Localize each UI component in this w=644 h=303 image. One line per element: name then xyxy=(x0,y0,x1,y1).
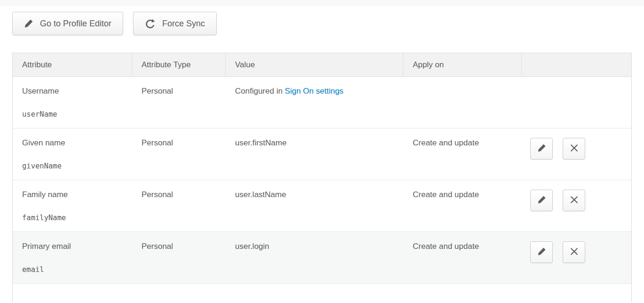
edit-attribute-button[interactable] xyxy=(530,190,553,211)
attribute-type-cell: Personal xyxy=(132,128,226,180)
actions-cell xyxy=(522,232,632,284)
x-icon xyxy=(570,144,579,154)
refresh-icon xyxy=(145,18,156,29)
apply-on-cell xyxy=(403,77,522,128)
row-actions xyxy=(530,249,585,258)
top-divider xyxy=(0,0,644,6)
apply-on-cell: Create and update xyxy=(403,128,522,180)
table-row: Family name familyName Personal user.las… xyxy=(12,180,632,232)
value-cell: Configured in Sign On settings xyxy=(226,77,403,128)
attribute-cell: Username userName xyxy=(12,77,132,128)
value-text: user.lastName xyxy=(235,190,286,199)
value-cell: user.login xyxy=(226,232,403,284)
column-header-attribute: Attribute xyxy=(12,53,132,77)
attribute-label: Username xyxy=(22,86,132,96)
attribute-variable-name: userName xyxy=(22,109,132,120)
attribute-label: Family name xyxy=(22,190,132,200)
column-header-apply-on: Apply on xyxy=(403,53,522,77)
profile-editor-button[interactable]: Go to Profile Editor xyxy=(12,12,123,35)
actions-cell xyxy=(522,77,632,128)
attribute-type-cell: Personal xyxy=(132,232,226,284)
column-header-attribute-type: Attribute Type xyxy=(132,53,226,77)
pencil-icon xyxy=(537,247,546,257)
attribute-type-cell: Personal xyxy=(132,180,226,232)
x-icon xyxy=(570,247,579,257)
sign-on-settings-link[interactable]: Sign On settings xyxy=(285,87,344,96)
table-row: Given name givenName Personal user.first… xyxy=(12,128,632,180)
row-actions xyxy=(530,197,585,206)
pencil-icon xyxy=(537,195,546,206)
attribute-table-body: Username userName Personal Configured in… xyxy=(12,77,632,284)
edit-attribute-button[interactable] xyxy=(530,138,553,159)
attribute-variable-name: givenName xyxy=(22,161,132,171)
attribute-cell: Family name familyName xyxy=(12,180,132,232)
force-sync-button[interactable]: Force Sync xyxy=(133,12,217,35)
apply-on-cell: Create and update xyxy=(403,180,522,232)
table-row: Username userName Personal Configured in… xyxy=(12,77,632,128)
table-row-partial xyxy=(12,284,632,302)
table-header-row: Attribute Attribute Type Value Apply on xyxy=(12,53,632,77)
attribute-mappings: Attribute Attribute Type Value Apply on … xyxy=(12,53,632,302)
remove-attribute-button[interactable] xyxy=(563,190,585,211)
toolbar: Go to Profile Editor Force Sync xyxy=(12,12,644,35)
value-text: user.firstName xyxy=(235,138,287,147)
attribute-variable-name: familyName xyxy=(22,213,132,223)
force-sync-button-label: Force Sync xyxy=(162,19,205,29)
attribute-label: Given name xyxy=(22,138,132,148)
profile-editor-button-label: Go to Profile Editor xyxy=(40,19,111,29)
table-row: Primary email email Personal user.login … xyxy=(12,232,632,284)
attribute-cell: Primary email email xyxy=(12,232,132,284)
attribute-label: Primary email xyxy=(22,241,132,252)
value-text: user.login xyxy=(235,242,269,251)
attribute-variable-name: email xyxy=(22,264,132,275)
attribute-type-cell: Personal xyxy=(132,77,226,128)
row-actions xyxy=(530,145,585,154)
x-icon xyxy=(570,195,579,206)
actions-cell xyxy=(522,128,632,180)
apply-on-cell: Create and update xyxy=(403,232,522,284)
remove-attribute-button[interactable] xyxy=(563,138,585,159)
pencil-icon xyxy=(24,19,33,28)
column-header-actions xyxy=(522,53,632,77)
value-text: Configured in xyxy=(235,87,285,96)
value-cell: user.firstName xyxy=(226,128,403,180)
column-header-value: Value xyxy=(226,53,403,77)
edit-attribute-button[interactable] xyxy=(530,241,553,263)
pencil-icon xyxy=(537,144,546,154)
remove-attribute-button[interactable] xyxy=(563,241,585,263)
attribute-mappings-table: Attribute Attribute Type Value Apply on … xyxy=(12,53,632,302)
value-cell: user.lastName xyxy=(226,180,403,232)
actions-cell xyxy=(522,180,632,232)
attribute-cell: Given name givenName xyxy=(12,128,132,180)
